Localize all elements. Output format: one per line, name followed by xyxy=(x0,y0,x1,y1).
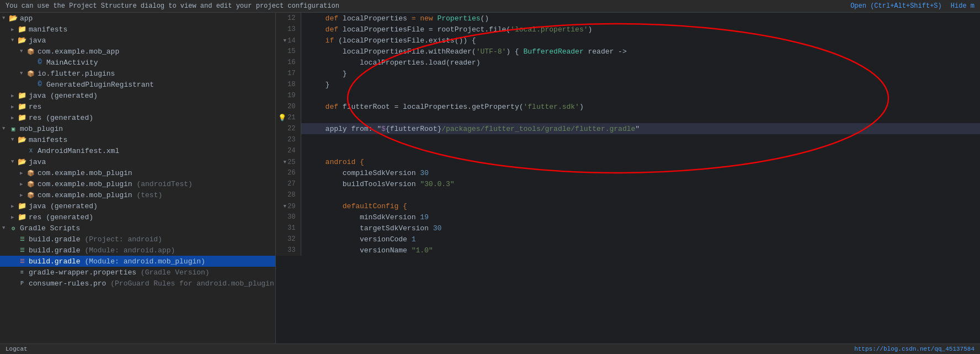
line-number-19: 19 xyxy=(276,90,301,101)
line-number-31: 31 xyxy=(276,223,301,234)
sidebar-item-build-gradle-plugin[interactable]: ☰build.gradle (Module: android.mob_plugi… xyxy=(0,256,275,267)
sidebar-item-java2[interactable]: ▼📂java xyxy=(0,156,275,167)
code-line-21: 💡21 xyxy=(276,112,980,123)
line-number-15: 15 xyxy=(276,46,301,57)
line-content-26: compileSdkVersion 30 xyxy=(301,167,980,178)
line-number-12: 12 xyxy=(276,13,301,24)
line-number-13: 13 xyxy=(276,24,301,35)
line-content-32: versionCode 1 xyxy=(301,234,980,245)
line-content-15: localPropertiesFile.withReader('UTF-8') … xyxy=(301,46,980,57)
line-number-32: 32 xyxy=(276,234,301,245)
main-layout: ▼📂app▶📁manifests▼📂java▼📦com.example.mob_… xyxy=(0,13,980,344)
code-line-24: 24 xyxy=(276,145,980,156)
line-number-22: 22 xyxy=(276,123,301,134)
sidebar-item-com.example.mob_app[interactable]: ▼📦com.example.mob_app xyxy=(0,46,275,57)
line-number-20: 20 xyxy=(276,101,301,112)
sidebar-item-java[interactable]: ▼📂java xyxy=(0,35,275,46)
line-number-30: 30 xyxy=(276,212,301,223)
line-content-20: def flutterRoot = localProperties.getPro… xyxy=(301,101,980,112)
code-line-23: 23 xyxy=(276,134,980,145)
code-area[interactable]: 12 def localProperties = new Properties(… xyxy=(276,13,980,344)
sidebar-item-java-generated[interactable]: ▶📁java (generated) xyxy=(0,90,275,101)
code-line-19: 19 xyxy=(276,90,980,101)
fold-icon[interactable]: ▼ xyxy=(284,160,286,165)
line-content-14: if (localPropertiesFile.exists()) { xyxy=(301,35,980,46)
line-content-24 xyxy=(301,145,980,156)
line-content-25: android { xyxy=(301,156,980,167)
sidebar-item-com.example.mob_plugin_android[interactable]: ▶📦com.example.mob_plugin (androidTest) xyxy=(0,178,275,189)
line-content-19 xyxy=(301,90,980,101)
sidebar-item-res-generated[interactable]: ▶📁res (generated) xyxy=(0,112,275,123)
fold-icon[interactable]: ▼ xyxy=(284,38,286,44)
line-number-27: 27 xyxy=(276,178,301,189)
code-line-31: 31 targetSdkVersion 30 xyxy=(276,223,980,234)
line-number-26: 26 xyxy=(276,167,301,178)
sidebar-item-build-gradle-project[interactable]: ☰build.gradle (Project: android) xyxy=(0,234,275,245)
sidebar-item-io.flutter.plugins[interactable]: ▼📦io.flutter.plugins xyxy=(0,68,275,79)
sidebar-item-manifests2[interactable]: ▼📂manifests xyxy=(0,134,275,145)
line-number-18: 18 xyxy=(276,79,301,90)
sidebar-item-consumer-rules[interactable]: Pconsumer-rules.pro (ProGuard Rules for … xyxy=(0,278,275,289)
sidebar-item-com.example.mob_plugin_test[interactable]: ▶📦com.example.mob_plugin (test) xyxy=(0,189,275,200)
line-number-17: 17 xyxy=(276,68,301,79)
code-line-16: 16 localProperties.load(reader) xyxy=(276,57,980,68)
code-line-22: 22 apply from: "${flutterRoot}/packages/… xyxy=(276,123,980,134)
code-line-15: 15 localPropertiesFile.withReader('UTF-8… xyxy=(276,46,980,57)
sidebar-item-GeneratedPluginRegistrant[interactable]: ©GeneratedPluginRegistrant xyxy=(0,79,275,90)
code-line-12: 12 def localProperties = new Properties(… xyxy=(276,13,980,24)
line-content-27: buildToolsVersion "30.0.3" xyxy=(301,178,980,189)
sidebar-item-manifests[interactable]: ▶📁manifests xyxy=(0,24,275,35)
sidebar-item-AndroidManifest[interactable]: XAndroidManifest.xml xyxy=(0,145,275,156)
line-number-33: 33 xyxy=(276,245,301,256)
line-number-16: 16 xyxy=(276,57,301,68)
code-line-28: 28 xyxy=(276,189,980,200)
sidebar-item-gradle-scripts[interactable]: ▼⚙Gradle Scripts xyxy=(0,223,275,234)
sidebar-item-java-generated2[interactable]: ▶📁java (generated) xyxy=(0,200,275,212)
line-content-30: minSdkVersion 19 xyxy=(301,212,980,223)
code-line-29: ▼29 defaultConfig { xyxy=(276,200,980,212)
hide-link[interactable]: Hide m xyxy=(951,2,974,10)
open-link[interactable]: Open (Ctrl+Alt+Shift+S) xyxy=(850,2,942,10)
code-line-17: 17 } xyxy=(276,68,980,79)
code-line-27: 27 buildToolsVersion "30.0.3" xyxy=(276,178,980,189)
sidebar-item-app[interactable]: ▼📂app xyxy=(0,13,275,24)
line-number-25: ▼25 xyxy=(276,156,301,167)
line-content-22: apply from: "${flutterRoot}/packages/flu… xyxy=(301,123,980,134)
code-line-13: 13 def localPropertiesFile = rootProject… xyxy=(276,24,980,35)
sidebar: ▼📂app▶📁manifests▼📂java▼📦com.example.mob_… xyxy=(0,13,276,344)
sidebar-item-build-gradle-app[interactable]: ☰build.gradle (Module: android.app) xyxy=(0,245,275,256)
line-content-13: def localPropertiesFile = rootProject.fi… xyxy=(301,24,980,35)
line-content-23 xyxy=(301,134,980,145)
line-number-14: ▼14 xyxy=(276,35,301,46)
code-line-14: ▼14 if (localPropertiesFile.exists()) { xyxy=(276,35,980,46)
fold-icon[interactable]: ▼ xyxy=(284,204,286,209)
line-number-24: 24 xyxy=(276,145,301,156)
info-message: You can use the Project Structure dialog… xyxy=(6,2,339,10)
sidebar-item-gradle-wrapper[interactable]: ≡gradle-wrapper.properties (Gradle Versi… xyxy=(0,267,275,278)
line-content-16: localProperties.load(reader) xyxy=(301,57,980,68)
line-number-23: 23 xyxy=(276,134,301,145)
sidebar-item-mob_plugin[interactable]: ▼▣mob_plugin xyxy=(0,123,275,134)
code-line-20: 20 def flutterRoot = localProperties.get… xyxy=(276,101,980,112)
sidebar-item-MainActivity[interactable]: ©MainActivity xyxy=(0,57,275,68)
line-content-33: versionName "1.0" xyxy=(301,245,980,256)
info-bar: You can use the Project Structure dialog… xyxy=(0,0,980,13)
sidebar-item-res2[interactable]: ▶📁res (generated) xyxy=(0,212,275,223)
bottom-bar: Logcat https://blog.csdn.net/qq_45137584 xyxy=(0,344,980,354)
url-display: https://blog.csdn.net/qq_45137584 xyxy=(854,346,974,352)
line-content-17: } xyxy=(301,68,980,79)
line-number-28: 28 xyxy=(276,189,301,200)
sidebar-item-com.example.mob_plugin[interactable]: ▶📦com.example.mob_plugin xyxy=(0,167,275,178)
code-line-18: 18 } xyxy=(276,79,980,90)
line-number-29: ▼29 xyxy=(276,200,301,212)
line-content-28 xyxy=(301,189,980,200)
line-number-21: 💡21 xyxy=(276,112,301,123)
sidebar-item-res[interactable]: ▶📁res xyxy=(0,101,275,112)
line-content-21 xyxy=(301,112,980,123)
line-content-31: targetSdkVersion 30 xyxy=(301,223,980,234)
line-content-12: def localProperties = new Properties() xyxy=(301,13,980,24)
code-line-25: ▼25 android { xyxy=(276,156,980,167)
line-content-29: defaultConfig { xyxy=(301,200,980,212)
bulb-icon[interactable]: 💡 xyxy=(278,114,286,122)
logcat-tab[interactable]: Logcat xyxy=(6,346,28,352)
